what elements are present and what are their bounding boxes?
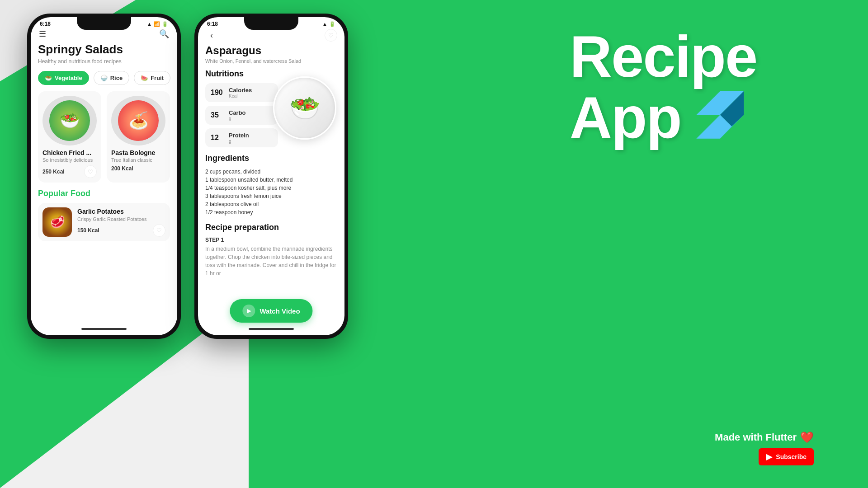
asparagus-plate-circle: 🥗 [273,76,336,140]
pasta-img: 🍝 [118,100,159,141]
protein-unit: g [229,139,249,144]
big-title-recipe: Recipe [570,27,832,86]
made-with-label: Made with Flutter [715,432,797,443]
favorite-button[interactable]: ♡ [325,29,337,42]
food-card-2-kcal: 200 Kcal [111,165,133,172]
food-card-1-name: Chicken Fried ... [42,149,97,156]
carbo-unit: g [229,116,246,121]
watch-video-label: Watch Video [259,307,300,315]
play-icon: ▶ [242,305,255,317]
big-title-app-text: App [570,88,681,147]
phone-1-notch [77,17,131,30]
chip-fruit[interactable]: 🍉 Fruit [134,71,170,85]
wifi-icon: ▲ [147,21,152,27]
phone-1-screen: 6:18 ▲ 📶 🔋 ☰ 🔍 Springy Salads Healthy an… [31,17,177,335]
made-with-text: Made with Flutter ❤️ [715,431,814,444]
back-button[interactable]: ‹ [205,29,218,42]
flutter-logo [690,86,745,149]
food-card-2-footer: 200 Kcal [111,165,165,172]
popular-item-1-info: Garlic Potatoes Crispy Garlic Roasted Po… [77,208,165,237]
food-card-2-image: 🍝 [111,96,165,145]
asparagus-food-plate: 🥗 [273,76,341,144]
made-with-section: Made with Flutter ❤️ ▶ Subscribe [715,431,814,465]
filter-chips: 🥗 Vegetable 🍚 Rice 🍉 Fruit [38,71,170,85]
step-text: In a medium bowl, combine the marinade i… [205,245,337,277]
ingredient-6: 1/2 teaspoon honey [205,208,337,216]
phones-area: 6:18 ▲ 📶 🔋 ☰ 🔍 Springy Salads Healthy an… [27,14,348,339]
popular-title: Popular Food [38,189,170,198]
phone-2-bottom-bar [249,328,294,330]
food-card-2-desc: True Italian classic [111,157,165,163]
ingredients-heading: Ingredients [205,154,337,163]
popular-title-black: Food [71,189,90,198]
popular-item-1-desc: Crispy Garlic Roasted Potatoes [77,216,165,222]
ingredient-5: 2 tablespoons olive oil [205,200,337,208]
ingredient-list: 2 cups pecans, divided 1 tablespoon unsa… [205,168,337,216]
phone-2-header: ‹ ♡ [205,29,337,42]
food-card-2[interactable]: 🍝 Pasta Bologne True Italian classic 200… [107,91,170,183]
big-title-app: App [570,86,832,149]
popular-item-1-name: Garlic Potatoes [77,208,165,215]
popular-item-1[interactable]: 🥩 Garlic Potatoes Crispy Garlic Roasted … [38,203,170,241]
phone-2-notch [244,17,298,30]
chip-fruit-icon: 🍉 [141,75,148,81]
signal-icon: 📶 [154,21,160,27]
food-card-1-footer: 250 Kcal ♡ [42,165,97,178]
menu-icon[interactable]: ☰ [39,29,46,39]
nutrition-calories: 190 Calories Kcal [205,83,278,102]
calories-info: Calories Kcal [229,87,252,99]
subscribe-label: Subscribe [776,453,807,460]
chip-vegetable-icon: 🥗 [45,75,52,81]
wifi-icon-2: ▲ [322,21,327,27]
step-label: STEP 1 [205,237,337,243]
food-card-1-image: 🥗 [42,96,97,145]
popular-item-1-image: 🥩 [42,207,72,237]
calories-label: Calories [229,87,252,94]
food-cards-grid: 🥗 Chicken Fried ... So irresistibly deli… [38,91,170,183]
nutrition-protein: 12 Protein g [205,128,278,147]
phone-2-time: 6:18 [207,21,218,27]
popular-item-1-heart[interactable]: ♡ [153,224,165,237]
battery-icon-2: 🔋 [329,21,335,27]
food-card-2-name: Pasta Bologne [111,149,165,156]
phone-1-time: 6:18 [40,21,51,27]
salad-img: 🥗 [49,100,90,141]
prep-heading: Recipe preparation [205,223,337,232]
food-card-1-desc: So irresistibly delicious [42,157,97,163]
phone-1: 6:18 ▲ 📶 🔋 ☰ 🔍 Springy Salads Healthy an… [27,14,181,339]
phone-1-content: ☰ 🔍 Springy Salads Healthy and nutritiou… [31,29,177,241]
popular-item-1-kcal: 150 Kcal [77,227,99,234]
phone-1-header: ☰ 🔍 [38,29,170,39]
food-card-1-kcal: 250 Kcal [42,169,65,175]
nutrition-carbo: 35 Carbo g [205,106,278,125]
chip-vegetable[interactable]: 🥗 Vegetable [38,71,89,85]
food-card-1[interactable]: 🥗 Chicken Fried ... So irresistibly deli… [38,91,101,183]
ingredient-4: 3 tablespoons fresh lemon juice [205,192,337,200]
protein-info: Protein g [229,132,249,144]
chip-fruit-label: Fruit [151,75,164,81]
heart-emoji: ❤️ [800,431,814,444]
calories-value: 190 [211,89,224,97]
recipe-title: Asparagus [205,44,337,57]
carbo-value: 35 [211,111,224,119]
protein-label: Protein [229,132,249,139]
nutrition-area: 190 Calories Kcal 35 Carbo g [205,83,337,147]
ingredient-2: 1 tablespoon unsalted butter, melted [205,176,337,184]
subscribe-button[interactable]: ▶ Subscribe [759,448,814,465]
phone-2-status-icons: ▲ 🔋 [322,21,335,27]
nutrition-list: 190 Calories Kcal 35 Carbo g [205,83,278,147]
chip-rice-icon: 🍚 [100,75,108,81]
phone-1-status-icons: ▲ 📶 🔋 [147,21,168,27]
app-subtitle: Healthy and nutritious food recipes [38,58,170,65]
watch-video-button[interactable]: ▶ Watch Video [230,299,312,323]
chip-rice[interactable]: 🍚 Rice [94,71,129,85]
app-title: Springy Salads [38,42,170,56]
calories-unit: Kcal [229,94,252,99]
carbo-info: Carbo g [229,109,246,121]
youtube-icon: ▶ [766,452,772,462]
chip-vegetable-label: Vegetable [55,75,82,81]
food-card-1-heart[interactable]: ♡ [84,165,97,178]
ingredient-1: 2 cups pecans, divided [205,168,337,176]
search-icon[interactable]: 🔍 [159,29,169,39]
phone-1-bottom-bar [81,328,127,330]
